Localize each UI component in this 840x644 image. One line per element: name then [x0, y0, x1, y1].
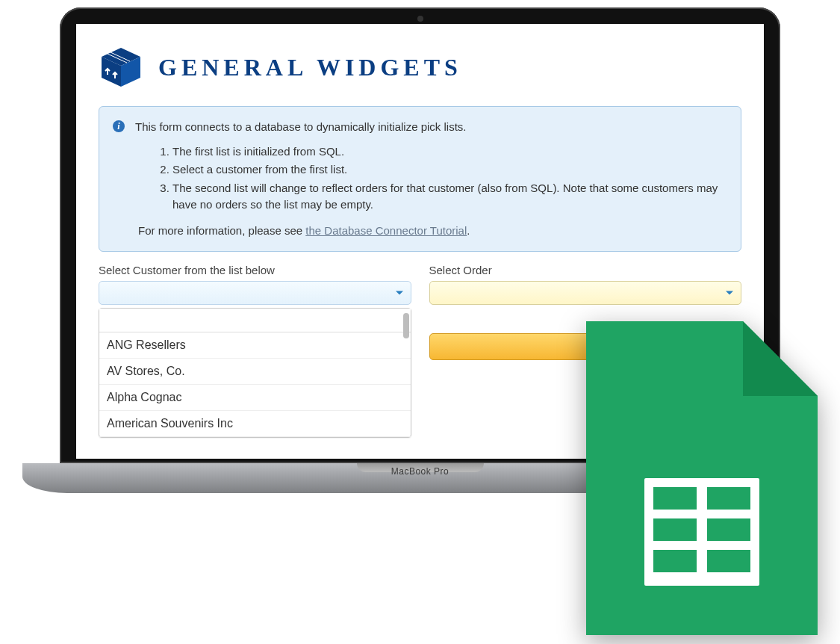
customer-select[interactable]	[99, 281, 411, 305]
info-more-suffix: .	[467, 224, 470, 237]
info-intro: This form connects to a database to dyna…	[135, 119, 467, 136]
order-select[interactable]	[429, 281, 742, 305]
svg-rect-9	[707, 518, 750, 541]
box-logo-icon	[99, 45, 143, 90]
tutorial-link[interactable]: the Database Connector Tutorial	[305, 224, 467, 237]
device-label: MacBook Pro	[391, 466, 449, 477]
camera-dot	[417, 16, 423, 22]
svg-rect-11	[707, 550, 750, 572]
customer-option[interactable]: AV Stores, Co.	[99, 359, 411, 385]
info-icon: i	[113, 120, 125, 132]
customer-dropdown: ANG Resellers AV Stores, Co. Alpha Cogna…	[99, 308, 411, 438]
brand-title: General Widgets	[158, 54, 462, 81]
info-step: Select a customer from the first list.	[172, 161, 726, 179]
customer-field: Select Customer from the list below ANG …	[99, 264, 411, 438]
customer-option[interactable]: ANG Resellers	[99, 332, 411, 359]
scrollbar-thumb[interactable]	[403, 313, 409, 338]
customer-option[interactable]: Alpha Cognac	[99, 385, 411, 411]
svg-rect-6	[653, 487, 697, 510]
info-step: The second list will change to reflect o…	[172, 180, 726, 214]
brand-header: General Widgets	[99, 45, 741, 90]
info-step: The first list is initialized from SQL.	[172, 143, 726, 161]
customer-label: Select Customer from the list below	[99, 264, 411, 276]
info-box: i This form connects to a database to dy…	[99, 106, 741, 252]
google-sheets-icon	[586, 321, 818, 635]
dropdown-search-input[interactable]	[99, 309, 411, 332]
svg-rect-7	[707, 487, 750, 510]
svg-rect-8	[653, 518, 697, 541]
info-steps-list: The first list is initialized from SQL. …	[172, 143, 726, 214]
info-more-prefix: For more information, please see	[138, 224, 305, 237]
chevron-down-icon	[396, 291, 403, 295]
info-more: For more information, please see the Dat…	[138, 223, 726, 240]
customer-option[interactable]: American Souvenirs Inc	[99, 411, 411, 437]
chevron-down-icon	[726, 291, 733, 295]
svg-rect-10	[653, 550, 697, 572]
order-label: Select Order	[429, 264, 742, 276]
